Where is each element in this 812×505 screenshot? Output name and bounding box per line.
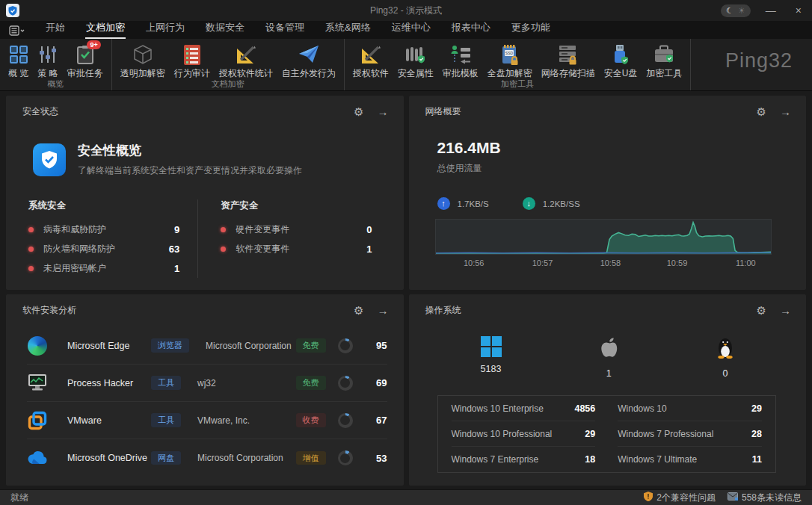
file-menu-button[interactable] <box>9 25 25 39</box>
light-mode-icon[interactable]: ☀ <box>738 7 745 15</box>
network-traffic-chart: 10:5610:5710:5810:5911:00 <box>435 219 772 270</box>
os-value: 29 <box>585 429 595 439</box>
notification-badge: 9+ <box>87 40 100 49</box>
dark-mode-icon[interactable]: ☾ <box>726 7 733 15</box>
price-badge: 收费 <box>296 413 326 427</box>
process-hacker-app-icon <box>27 374 48 393</box>
alert-dot-icon <box>28 227 34 232</box>
ribbon-item-label: 自主外发行为 <box>282 68 336 78</box>
os-value: 18 <box>585 454 595 465</box>
list-item[interactable]: 防火墙和网络防护 63 <box>28 239 179 258</box>
os-name: Windows 7 Ultimate <box>618 454 697 465</box>
os-value: 28 <box>751 429 762 439</box>
os-name: Windows 10 <box>618 403 666 414</box>
shield-check-icon <box>33 143 66 176</box>
upload-rate-value: 1.7KB/S <box>458 199 489 208</box>
item-value: 1 <box>366 244 372 255</box>
table-row: Windows 7 Enterprise 18 <box>452 447 596 472</box>
gear-icon[interactable]: ⚙ <box>354 305 363 316</box>
ribbon-item-approval-template[interactable]: 审批模板 <box>438 43 483 78</box>
os-name: Windows 7 Professional <box>618 429 713 439</box>
os-value: 29 <box>751 403 762 414</box>
os-macos-count: 1 <box>599 336 618 379</box>
os-name: Windows 10 Enterprise <box>452 403 544 414</box>
tab-doc-encryption[interactable]: 文档加密 <box>85 19 126 39</box>
svg-text:SSD: SSD <box>505 51 514 55</box>
gear-icon[interactable]: ⚙ <box>757 106 766 117</box>
item-label: 软件变更事件 <box>236 243 289 255</box>
tab-report-center[interactable]: 报表中心 <box>451 19 491 39</box>
paper-plane-icon <box>298 43 319 66</box>
table-row: Windows 10 Enterprise 4856 <box>452 396 596 421</box>
app-name: Microsoft OneDrive <box>67 453 151 463</box>
section-title: 资产安全 <box>221 199 372 212</box>
ribbon-item-label: 授权软件统计 <box>219 68 273 78</box>
table-row[interactable]: Process Hacker 工具 wj32 免费 69 <box>27 365 387 402</box>
edge-app-icon <box>27 336 48 356</box>
arrow-right-icon[interactable]: → <box>780 106 791 117</box>
vendor-name: Microsoft Corporation <box>206 341 296 351</box>
os-count-value: 1 <box>606 368 612 379</box>
category-badge: 工具 <box>151 413 181 427</box>
table-row[interactable]: VMware 工具 VMware, Inc. 收费 67 <box>27 402 387 439</box>
arrow-right-icon[interactable]: → <box>378 305 389 316</box>
app-name: Process Hacker <box>67 378 151 388</box>
vendor-name: VMware, Inc. <box>197 415 296 426</box>
ribbon-item-policy[interactable]: 策 略 <box>33 43 62 78</box>
score-ring <box>338 450 353 465</box>
list-item[interactable]: 病毒和威胁防护 9 <box>28 220 179 239</box>
ribbon-item-network-storage-scan[interactable]: 网络存储扫描 <box>537 43 600 78</box>
tab-web-behavior[interactable]: 上网行为 <box>145 19 185 39</box>
dashboard: 安全状态 ⚙ → 安全性概览 了解终端当前系统安全性和资产变更情况并采取必要操作… <box>0 91 812 489</box>
ribbon-item-encryption-tools[interactable]: 加密工具 <box>642 43 686 78</box>
tab-home[interactable]: 开始 <box>45 19 66 39</box>
list-item[interactable]: 软件变更事件 1 <box>221 239 372 258</box>
tab-system-network[interactable]: 系统&网络 <box>325 19 372 39</box>
theme-toggle[interactable]: ☾ ☀ <box>721 4 751 17</box>
ribbon-item-overview[interactable]: 概 览 <box>4 43 33 78</box>
gear-icon[interactable]: ⚙ <box>757 305 766 316</box>
table-row: Windows 10 29 <box>618 396 762 421</box>
arrow-right-icon[interactable]: → <box>780 305 791 316</box>
apple-logo-icon <box>599 336 618 362</box>
ribbon-item-authorized-software-stats[interactable]: 授权软件统计 <box>215 43 277 78</box>
close-button[interactable]: × <box>791 5 806 16</box>
fence-shield-icon <box>405 43 425 66</box>
ribbon-item-transparent-encryption[interactable]: 透明加解密 <box>116 43 170 78</box>
ribbon-item-authorized-software[interactable]: 授权软件 <box>348 43 393 78</box>
ribbon-item-label: 安全属性 <box>398 68 434 78</box>
tab-more-features[interactable]: 更多功能 <box>511 19 551 39</box>
os-windows-count: 5183 <box>481 336 502 379</box>
ribbon-item-security-attributes[interactable]: 安全属性 <box>393 43 438 78</box>
minimize-button[interactable]: — <box>761 5 781 16</box>
unread-messages[interactable]: 558条未读信息 <box>728 492 802 504</box>
menu-bar: 开始 文档加密 上网行为 数据安全 设备管理 系统&网络 运维中心 报表中心 更… <box>0 21 812 39</box>
gear-icon[interactable]: ⚙ <box>354 106 363 117</box>
status-bar: 就绪 2个兼容性问题 558条未读信息 <box>0 489 812 505</box>
workflow-icon <box>450 43 471 66</box>
tab-device-management[interactable]: 设备管理 <box>265 19 305 39</box>
table-row[interactable]: Microsoft OneDrive 网盘 Microsoft Corporat… <box>27 439 387 477</box>
alert-dot-icon <box>221 247 226 252</box>
tab-data-security[interactable]: 数据安全 <box>205 19 245 39</box>
asset-security-section: 资产安全 硬件变更事件 0 软件变更事件 1 <box>197 199 381 278</box>
panel-operating-system: 操作系统 ⚙ → 5183 1 <box>409 294 807 486</box>
ribbon-item-approval-tasks[interactable]: 9+ 审批任务 <box>63 43 108 78</box>
brand-watermark: Ping32 <box>725 49 793 72</box>
list-item[interactable]: 硬件变更事件 0 <box>221 220 372 239</box>
app-name: VMware <box>67 415 151 426</box>
app-score: 95 <box>366 340 387 351</box>
compatibility-warning[interactable]: 2个兼容性问题 <box>644 492 716 504</box>
ribbon-item-behavior-audit[interactable]: 行为审计 <box>170 43 215 78</box>
titlebar: Ping32 - 演示模式 ☾ ☀ — × <box>0 0 812 21</box>
ribbon-item-secure-usb[interactable]: 安全U盘 <box>600 43 642 78</box>
table-row[interactable]: Microsoft Edge 浏览器 Microsoft Corporation… <box>27 327 387 365</box>
tab-ops-center[interactable]: 运维中心 <box>391 19 431 39</box>
ribbon-item-self-outgoing[interactable]: 自主外发行为 <box>277 43 340 78</box>
ribbon-item-full-disk-encryption[interactable]: SSD 全盘加解密 <box>483 43 537 78</box>
os-version-table: Windows 10 Enterprise 4856 Windows 10 Pr… <box>437 395 777 473</box>
section-title: 系统安全 <box>28 199 179 212</box>
list-item[interactable]: 未启用密码帐户 1 <box>28 258 179 278</box>
arrow-right-icon[interactable]: → <box>378 106 389 117</box>
app-score: 69 <box>366 377 387 388</box>
